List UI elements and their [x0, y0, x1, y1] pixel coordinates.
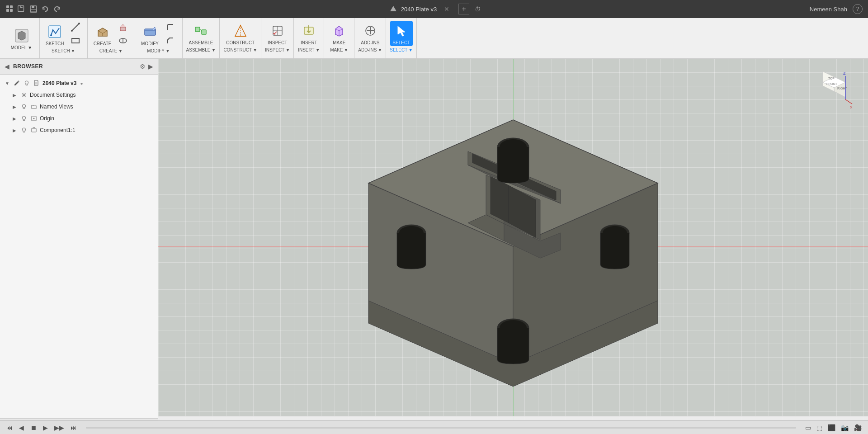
svg-rect-6 [32, 6, 34, 8]
insert-label[interactable]: INSERT ▼ [298, 47, 320, 52]
play-btn[interactable]: ▶ [41, 423, 50, 432]
expand-root-arrow[interactable]: ▼ [4, 80, 11, 87]
footer-icon4[interactable]: 📷 [839, 423, 850, 432]
sketch-btn[interactable]: SKETCH [43, 22, 66, 47]
svg-rect-3 [10, 9, 13, 12]
collapse-browser-btn[interactable]: ◀ [5, 63, 9, 70]
next-btn[interactable]: ▶▶ [52, 423, 66, 432]
viewport[interactable]: FRONT RIGHT TOP Z X [158, 59, 868, 434]
tree-item-doc-settings[interactable]: ▶ Document Settings [0, 89, 158, 101]
help-icon[interactable]: ? [853, 4, 863, 14]
add-ins-label[interactable]: ADD-INS ▼ [358, 47, 382, 52]
time-icon[interactable]: ⏱ [473, 5, 482, 14]
prev-btn[interactable]: ◀ [17, 423, 26, 432]
inspect-group: INSPECT INSPECT ▼ [261, 18, 294, 58]
svg-point-14 [78, 23, 80, 24]
modify-main-btn[interactable]: MODIFY [139, 22, 161, 47]
modify-label[interactable]: MODIFY ▼ [147, 48, 170, 53]
footer-icon5[interactable]: 🎥 [852, 423, 863, 432]
svg-text:Z: Z [843, 71, 846, 75]
fillet-btn[interactable] [162, 21, 179, 33]
assemble-group: ASSEMBLE ASSEMBLE ▼ [183, 18, 220, 58]
inspect-main-btn[interactable]: INSPECT [265, 21, 289, 46]
lightbulb3-icon [20, 114, 28, 123]
line-btn[interactable] [67, 21, 84, 33]
sketch-arrow: ▼ [71, 48, 75, 53]
window-title: 2040 Plate v3 [401, 6, 437, 13]
stop-btn[interactable]: ⏹ [28, 423, 38, 432]
tree-item-named-views[interactable]: ▶ Named Views [0, 101, 158, 113]
folder-icon [30, 103, 38, 111]
construct-main-btn[interactable]: CONSTRUCT [224, 21, 257, 46]
file-menu[interactable] [17, 5, 26, 14]
footer-controls: ▭ ⬚ ⬛ 📷 🎥 [803, 423, 863, 432]
extrude-btn[interactable] [115, 21, 131, 33]
expand-comp-arrow[interactable]: ▶ [11, 127, 18, 134]
svg-point-26 [23, 94, 25, 96]
svg-point-13 [71, 30, 73, 32]
titlebar-left [5, 5, 61, 14]
construct-label[interactable]: CONSTRUCT ▼ [223, 47, 257, 52]
tree-item-origin[interactable]: ▶ Origin [0, 113, 158, 124]
document-icon [33, 79, 41, 87]
assemble-main-btn[interactable]: ASSEMBLE [187, 21, 216, 46]
svg-point-30 [33, 118, 35, 119]
inspect-label[interactable]: INSPECT ▼ [265, 47, 290, 52]
svg-point-24 [25, 81, 28, 84]
undo-icon[interactable] [41, 5, 50, 14]
new-tab-icon[interactable]: + [458, 4, 469, 14]
rectangle-btn[interactable] [67, 34, 84, 47]
title-close-icon[interactable]: ✕ [444, 5, 449, 13]
make-label[interactable]: MAKE ▼ [330, 47, 348, 52]
redo-icon[interactable] [52, 5, 61, 14]
edit-icon [13, 79, 21, 87]
expand-origin-arrow[interactable]: ▶ [11, 115, 18, 122]
tree-view: ▼ [0, 75, 158, 418]
go-to-end-btn[interactable]: ⏭ [69, 423, 79, 432]
insert-main-btn[interactable]: INSERT [297, 21, 320, 46]
footer-icon3[interactable]: ⬛ [826, 423, 837, 432]
assemble-label[interactable]: ASSEMBLE ▼ [186, 47, 216, 52]
browser-settings-icon[interactable]: ⚙ [140, 63, 146, 70]
make-main-btn[interactable]: MAKE [328, 21, 350, 46]
add-ins-main-btn[interactable]: ADD-INS [359, 21, 382, 46]
chamfer-btn[interactable] [162, 34, 179, 47]
footer-icon2[interactable]: ⬚ [815, 423, 824, 432]
svg-rect-0 [6, 5, 9, 8]
timeline-track[interactable] [86, 427, 796, 429]
sketch-label[interactable]: SKETCH ▼ [52, 48, 75, 53]
expand-views-arrow[interactable]: ▶ [11, 103, 18, 110]
browser-expand-icon[interactable]: ▶ [148, 63, 153, 70]
revolve-btn[interactable] [115, 34, 131, 47]
svg-point-27 [23, 104, 26, 108]
create-main-btn[interactable]: CREATE [91, 22, 114, 47]
svg-point-11 [50, 34, 52, 36]
expand-doc-arrow[interactable]: ▶ [11, 91, 18, 99]
viewcube[interactable]: FRONT RIGHT TOP Z X [809, 68, 854, 113]
model-label: MODEL [11, 45, 27, 50]
app-grid-icon[interactable] [5, 5, 14, 14]
select-main-btn[interactable]: SELECT [390, 21, 413, 46]
svg-rect-20 [202, 30, 206, 34]
origin-label: Origin [40, 115, 54, 122]
browser-header: ◀ BROWSER ⚙ ▶ [0, 59, 158, 75]
tree-item-root[interactable]: ▼ [0, 77, 158, 89]
browser-controls: ⚙ ▶ [140, 63, 153, 70]
named-views-label: Named Views [40, 104, 73, 110]
add-ins-group: ADD-INS ADD-INS ▼ [354, 18, 386, 58]
create-label[interactable]: CREATE ▼ [99, 48, 123, 53]
go-to-start-btn[interactable]: ⏮ [5, 423, 14, 432]
tree-item-component[interactable]: ▶ Component1:1 [0, 124, 158, 136]
svg-rect-19 [195, 27, 200, 32]
footer-icon1[interactable]: ▭ [803, 423, 813, 432]
active-indicator: ● [80, 81, 83, 86]
insert-group: INSERT INSERT ▼ [294, 18, 324, 58]
model-dropdown-btn[interactable]: MODEL ▼ [9, 26, 34, 51]
save-icon[interactable] [29, 5, 38, 14]
lightbulb-icon [23, 79, 31, 87]
svg-marker-8 [390, 6, 396, 11]
component-icon [30, 126, 38, 134]
lightbulb2-icon [20, 103, 28, 111]
select-label[interactable]: SELECT ▼ [390, 47, 413, 52]
model-mode-section: MODEL ▼ [4, 18, 40, 58]
